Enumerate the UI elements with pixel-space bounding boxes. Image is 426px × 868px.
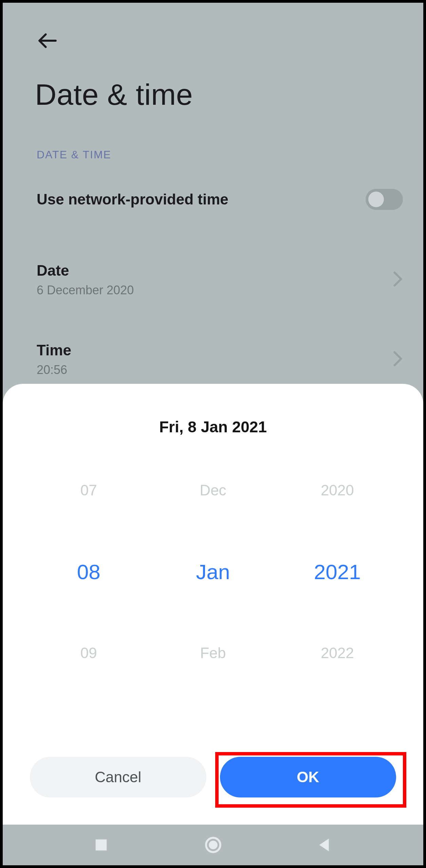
chevron-right-icon: [393, 351, 403, 368]
cancel-button[interactable]: Cancel: [30, 757, 206, 797]
svg-marker-4: [319, 839, 329, 851]
page-title: Date & time: [35, 77, 193, 112]
nav-home-button[interactable]: [200, 831, 227, 859]
svg-rect-1: [95, 840, 107, 851]
year-selected[interactable]: 2021: [314, 558, 361, 585]
system-nav-bar: [3, 825, 423, 865]
row-time[interactable]: Time 20:56: [37, 342, 403, 377]
section-header: DATE & TIME: [37, 149, 111, 161]
day-selected[interactable]: 08: [77, 558, 100, 585]
date-picker-sheet: Fri, 8 Jan 2021 07 08 09 Dec Jan Feb 202…: [3, 384, 423, 825]
nav-back-button[interactable]: [311, 831, 338, 859]
year-prev[interactable]: 2020: [321, 477, 354, 504]
day-next[interactable]: 09: [80, 639, 97, 667]
row-date[interactable]: Date 6 December 2020: [37, 262, 403, 297]
network-time-toggle[interactable]: [366, 189, 403, 210]
ok-button[interactable]: OK: [220, 757, 396, 797]
date-picker-selected-label: Fri, 8 Jan 2021: [3, 418, 423, 436]
chevron-right-icon: [393, 271, 403, 289]
row-network-title: Use network-provided time: [37, 191, 403, 208]
svg-point-3: [209, 841, 218, 849]
row-network-time[interactable]: Use network-provided time: [37, 191, 403, 208]
nav-recent-button[interactable]: [88, 831, 115, 859]
month-selected[interactable]: Jan: [196, 558, 230, 585]
day-prev[interactable]: 07: [80, 477, 97, 504]
row-date-value: 6 December 2020: [37, 283, 403, 297]
year-next[interactable]: 2022: [321, 639, 354, 667]
row-time-value: 20:56: [37, 363, 403, 377]
month-wheel[interactable]: Dec Jan Feb: [151, 477, 275, 667]
row-time-title: Time: [37, 342, 403, 359]
back-button[interactable]: [37, 30, 58, 52]
year-wheel[interactable]: 2020 2021 2022: [275, 477, 400, 667]
month-next[interactable]: Feb: [200, 639, 226, 667]
row-date-title: Date: [37, 262, 403, 279]
day-wheel[interactable]: 07 08 09: [26, 477, 151, 667]
month-prev[interactable]: Dec: [200, 477, 226, 504]
